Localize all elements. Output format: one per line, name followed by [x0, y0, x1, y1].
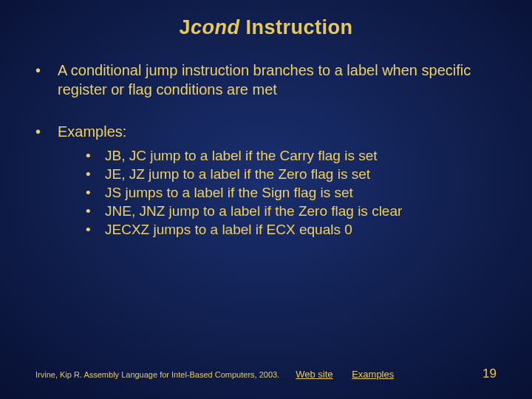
bullet-text: A conditional jump instruction branches … [58, 61, 497, 99]
title-rest: Instruction [240, 16, 353, 38]
slide-body: • A conditional jump instruction branche… [0, 39, 532, 239]
list-item: • JE, JZ jump to a label if the Zero fla… [86, 165, 497, 183]
sub-text: JB, JC jump to a label if the Carry flag… [105, 146, 378, 165]
examples-link[interactable]: Examples [352, 369, 394, 380]
bullet-icon: • [35, 123, 58, 142]
footer-links: Web site Examples [296, 369, 410, 380]
sub-text: JNE, JNZ jump to a label if the Zero fla… [105, 202, 402, 220]
list-item: • JNE, JNZ jump to a label if the Zero f… [86, 202, 497, 220]
sub-text: JS jumps to a label if the Sign flag is … [105, 183, 353, 202]
sub-text: JE, JZ jump to a label if the Zero flag … [105, 165, 370, 183]
sub-list: • JB, JC jump to a label if the Carry fl… [35, 146, 497, 239]
bullet-icon: • [35, 61, 58, 99]
bullet-text: Examples: [58, 123, 134, 142]
bullet-icon: • [86, 165, 105, 183]
list-item: • JECXZ jumps to a label if ECX equals 0 [86, 220, 497, 239]
page-number: 19 [482, 366, 497, 381]
title-j: J [179, 16, 191, 38]
bullet-icon: • [86, 220, 105, 239]
list-item: • JB, JC jump to a label if the Carry fl… [86, 146, 497, 165]
bullet-item: • A conditional jump instruction branche… [35, 61, 497, 99]
sub-text: JECXZ jumps to a label if ECX equals 0 [105, 220, 352, 239]
bullet-icon: • [86, 202, 105, 220]
slide-footer: Irvine, Kip R. Assembly Language for Int… [0, 366, 532, 381]
list-item: • JS jumps to a label if the Sign flag i… [86, 183, 497, 202]
bullet-item: • Examples: [35, 123, 497, 142]
citation-text: Irvine, Kip R. Assembly Language for Int… [35, 370, 279, 379]
bullet-icon: • [86, 146, 105, 165]
title-cond: cond [191, 16, 240, 38]
slide-title: Jcond Instruction [0, 0, 532, 39]
website-link[interactable]: Web site [296, 369, 332, 380]
bullet-icon: • [86, 183, 105, 202]
